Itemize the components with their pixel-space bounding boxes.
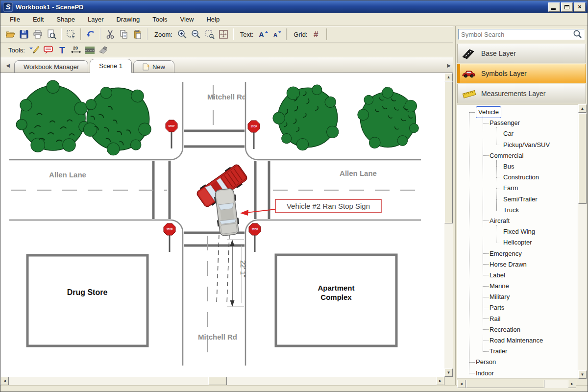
menu-file[interactable]: File <box>3 14 26 24</box>
symbol-search-box[interactable] <box>458 29 585 40</box>
canvas-scroll-right-button[interactable]: ► <box>436 377 444 385</box>
canvas-hscrollbar[interactable]: ◄ ► <box>0 377 444 385</box>
tree-item-helicopter[interactable]: Helicopter <box>457 237 578 248</box>
stop-sign-bottom-right[interactable] <box>249 223 261 252</box>
tree-item-commercial[interactable]: Commercial <box>457 150 578 161</box>
menu-edit[interactable]: Edit <box>26 14 50 24</box>
scene-canvas[interactable]: STOP <box>0 73 444 377</box>
menu-tools[interactable]: Tools <box>146 14 173 24</box>
open-button[interactable] <box>3 28 17 41</box>
tab-scroll-right-button[interactable]: ▶ <box>444 60 453 71</box>
tree-item-car[interactable]: Car <box>457 128 578 139</box>
tree-scroll-down-button[interactable]: ▼ <box>578 370 587 379</box>
search-icon[interactable] <box>573 29 583 39</box>
font-decrease-button[interactable]: A <box>270 28 284 41</box>
tree-item-military[interactable]: Military <box>457 292 578 302</box>
canvas-scroll-down-button[interactable]: ▼ <box>444 368 453 377</box>
zoom-window-button[interactable] <box>203 28 217 41</box>
tree-item-marine[interactable]: Marine <box>457 281 578 292</box>
tree-hscrollbar[interactable]: ◄ ► <box>457 380 576 388</box>
building-drug-store[interactable]: Drug Store <box>27 255 147 346</box>
copy-button[interactable] <box>117 28 131 41</box>
tree-vscroll-thumb[interactable] <box>578 113 587 204</box>
vehicle-2-symbol[interactable] <box>213 188 240 237</box>
tab-scroll-left-button[interactable]: ◀ <box>3 60 12 71</box>
canvas-scroll-up-button[interactable]: ▲ <box>444 73 453 81</box>
measurement-tool-button[interactable]: 20 <box>69 44 83 56</box>
callout-button[interactable] <box>42 44 55 56</box>
stamp-tool-button[interactable] <box>97 44 110 56</box>
canvas-vscrollbar[interactable]: ▲ ▼ <box>444 73 453 377</box>
title-bar[interactable]: S Workbook1 - ScenePD × <box>0 0 588 13</box>
tree-item-farm[interactable]: Farm <box>457 183 578 194</box>
tree-item-label: Indoor <box>476 368 494 379</box>
tree-scroll-up-button[interactable]: ▲ <box>578 104 587 113</box>
stop-sign-bottom-left[interactable] <box>164 223 175 252</box>
tab-new[interactable]: New <box>133 60 174 73</box>
tree-symbol-3[interactable] <box>264 73 355 164</box>
tree-item-parts[interactable]: Parts <box>457 302 578 313</box>
tab-workbook-manager[interactable]: Workbook Manager <box>14 60 88 73</box>
zoom-in-button[interactable] <box>175 28 189 41</box>
tree-item-label[interactable]: Label <box>457 270 578 281</box>
symbols-layer-button[interactable]: Symbols Layer <box>457 64 586 83</box>
tree-item-recreation[interactable]: Recreation <box>457 324 578 335</box>
tree-item-truck[interactable]: Truck <box>457 205 578 216</box>
tree-symbol-4[interactable] <box>345 79 430 163</box>
tree-item-semi-trailer[interactable]: Semi/Trailer <box>457 194 578 205</box>
canvas-scroll-left-button[interactable]: ◄ <box>0 377 9 385</box>
road-tool-button[interactable] <box>83 44 97 56</box>
tree-item-horse-drawn[interactable]: Horse Drawn <box>457 259 578 270</box>
select-move-button[interactable] <box>64 28 78 41</box>
menu-layer[interactable]: Layer <box>81 14 110 24</box>
zoom-out-button[interactable] <box>189 28 203 41</box>
annotation-callout[interactable]: Vehicle #2 Ran Stop Sign <box>240 199 381 216</box>
print-button[interactable] <box>31 28 45 41</box>
close-button[interactable]: × <box>574 2 586 12</box>
tree-item-person[interactable]: Person <box>457 357 578 368</box>
tree-scroll-left-button[interactable]: ◄ <box>457 380 466 388</box>
tree-item-emergency[interactable]: Emergency <box>457 248 578 259</box>
measurements-layer-button[interactable]: Measurements Layer <box>457 84 586 103</box>
tree-item-passenger[interactable]: Passenger <box>457 118 578 128</box>
tree-item-indoor[interactable]: Indoor <box>457 368 578 379</box>
tree-item-bus[interactable]: Bus <box>457 161 578 172</box>
draw-pencil-button[interactable] <box>28 44 42 56</box>
cut-button[interactable] <box>103 28 117 41</box>
menu-shape[interactable]: Shape <box>50 14 81 24</box>
stop-sign-top-left[interactable] <box>166 120 177 148</box>
tree-item-pickup-van-suv[interactable]: Pickup/Van/SUV <box>457 140 578 150</box>
tree-item-road-maintenance[interactable]: Road Maintenance <box>457 335 578 346</box>
canvas-hscroll-thumb[interactable] <box>208 377 227 385</box>
measurement-22ft[interactable]: 22' 1" <box>227 240 247 307</box>
grid-toggle-button[interactable]: # <box>310 28 324 41</box>
tree-item-aircraft[interactable]: Aircraft <box>457 216 578 226</box>
menu-help[interactable]: Help <box>200 14 226 24</box>
menu-view[interactable]: View <box>174 14 200 24</box>
font-increase-button[interactable]: A <box>256 28 270 41</box>
tree-item-fixed-wing[interactable]: Fixed Wing <box>457 226 578 237</box>
canvas-vscroll-thumb[interactable] <box>444 81 453 223</box>
tree-scroll-right-button[interactable]: ► <box>568 380 576 388</box>
tree-vscrollbar[interactable]: ▲ ▼ <box>578 104 587 379</box>
base-layer-button[interactable]: Base Layer <box>457 44 586 63</box>
print-preview-button[interactable] <box>45 28 58 41</box>
undo-button[interactable] <box>84 28 98 41</box>
tree-item-trailer[interactable]: Trailer <box>457 346 578 357</box>
tree-item-rail[interactable]: Rail <box>457 314 578 324</box>
save-button[interactable] <box>17 28 31 41</box>
menu-drawing[interactable]: Drawing <box>110 14 146 24</box>
symbol-search-input[interactable] <box>459 30 573 39</box>
maximize-button[interactable] <box>561 2 573 12</box>
tab-scene-1[interactable]: Scene 1 <box>90 59 132 73</box>
stop-sign-top-right[interactable] <box>248 121 260 149</box>
zoom-fit-button[interactable] <box>217 28 230 41</box>
minimize-button[interactable] <box>548 2 560 12</box>
paste-button[interactable] <box>131 28 145 41</box>
text-tool-button[interactable]: T <box>55 44 69 56</box>
tree-hscroll-thumb[interactable] <box>466 380 544 388</box>
tree-symbol-1[interactable] <box>16 80 90 152</box>
tree-item-vehicle[interactable]: Vehicle <box>457 107 578 118</box>
building-apartment-complex[interactable]: Apartment Complex <box>276 255 396 346</box>
tree-item-construction[interactable]: Construction <box>457 172 578 183</box>
